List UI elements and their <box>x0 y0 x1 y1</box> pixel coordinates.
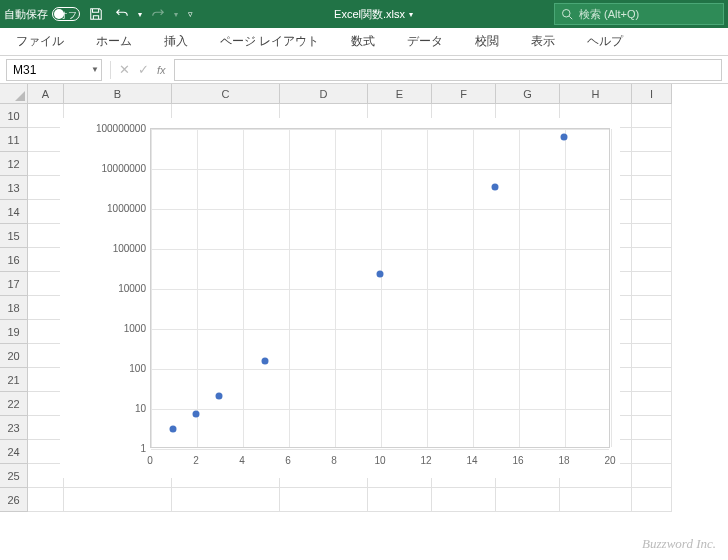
cell[interactable] <box>632 152 672 176</box>
column-header[interactable]: E <box>368 84 432 104</box>
row-header[interactable]: 13 <box>0 176 28 200</box>
cell[interactable] <box>28 296 64 320</box>
cell[interactable] <box>632 200 672 224</box>
column-header[interactable]: D <box>280 84 368 104</box>
cell[interactable] <box>28 272 64 296</box>
tab-pagelayout[interactable]: ページ レイアウト <box>214 29 325 54</box>
spreadsheet-grid[interactable]: ABCDEFGHI 101112131415161718192021222324… <box>0 84 728 560</box>
column-header[interactable]: I <box>632 84 672 104</box>
row-header[interactable]: 14 <box>0 200 28 224</box>
cell[interactable] <box>28 248 64 272</box>
row-header[interactable]: 11 <box>0 128 28 152</box>
x-tick-label: 4 <box>239 455 245 466</box>
cell[interactable] <box>64 488 172 512</box>
cell[interactable] <box>28 344 64 368</box>
cell[interactable] <box>632 176 672 200</box>
column-headers[interactable]: ABCDEFGHI <box>28 84 728 104</box>
column-header[interactable]: B <box>64 84 172 104</box>
tab-formulas[interactable]: 数式 <box>345 29 381 54</box>
cell[interactable] <box>28 488 64 512</box>
row-headers[interactable]: 1011121314151617181920212223242526 <box>0 104 28 512</box>
tab-data[interactable]: データ <box>401 29 449 54</box>
cell[interactable] <box>28 104 64 128</box>
cell[interactable] <box>28 416 64 440</box>
autosave-toggle[interactable]: 自動保存 オフ <box>4 7 80 22</box>
undo-chevron-icon[interactable]: ▾ <box>138 10 142 19</box>
cell[interactable] <box>28 440 64 464</box>
cell[interactable] <box>432 488 496 512</box>
search-input[interactable]: 検索 (Alt+Q) <box>554 3 724 25</box>
row-header[interactable]: 18 <box>0 296 28 320</box>
cell[interactable] <box>632 296 672 320</box>
cell[interactable] <box>28 464 64 488</box>
select-all-button[interactable] <box>0 84 28 104</box>
scatter-chart[interactable]: 1101001000100001000001000000100000001000… <box>60 118 620 478</box>
row-header[interactable]: 22 <box>0 392 28 416</box>
cell[interactable] <box>28 368 64 392</box>
document-title: Excel関数.xlsx <box>334 7 405 22</box>
y-tick-label: 100 <box>66 363 146 374</box>
cell[interactable] <box>632 248 672 272</box>
cell[interactable] <box>632 128 672 152</box>
title-chevron-icon[interactable]: ▾ <box>409 10 413 19</box>
svg-point-0 <box>563 10 571 18</box>
formula-input[interactable] <box>174 59 722 81</box>
cell[interactable] <box>632 104 672 128</box>
cell[interactable] <box>28 200 64 224</box>
row-header[interactable]: 26 <box>0 488 28 512</box>
chevron-down-icon[interactable]: ▼ <box>91 65 99 74</box>
tab-insert[interactable]: 挿入 <box>158 29 194 54</box>
column-header[interactable]: A <box>28 84 64 104</box>
row-header[interactable]: 24 <box>0 440 28 464</box>
tab-view[interactable]: 表示 <box>525 29 561 54</box>
row-header[interactable]: 20 <box>0 344 28 368</box>
tab-help[interactable]: ヘルプ <box>581 29 629 54</box>
row-header[interactable]: 23 <box>0 416 28 440</box>
x-tick-label: 16 <box>512 455 523 466</box>
cell[interactable] <box>560 488 632 512</box>
tab-file[interactable]: ファイル <box>10 29 70 54</box>
cell[interactable] <box>172 488 280 512</box>
column-header[interactable]: C <box>172 84 280 104</box>
cell[interactable] <box>28 152 64 176</box>
cell[interactable] <box>632 392 672 416</box>
row-header[interactable]: 16 <box>0 248 28 272</box>
row-header[interactable]: 15 <box>0 224 28 248</box>
row-header[interactable]: 17 <box>0 272 28 296</box>
cell[interactable] <box>632 416 672 440</box>
row-header[interactable]: 21 <box>0 368 28 392</box>
save-icon[interactable] <box>86 4 106 24</box>
cell[interactable] <box>368 488 432 512</box>
cell[interactable] <box>280 488 368 512</box>
cell[interactable] <box>28 128 64 152</box>
cell[interactable] <box>632 224 672 248</box>
cell[interactable] <box>632 272 672 296</box>
undo-button[interactable] <box>112 4 132 24</box>
cell[interactable] <box>28 176 64 200</box>
cell[interactable] <box>28 320 64 344</box>
watermark: Buzzword Inc. <box>642 536 716 552</box>
column-header[interactable]: F <box>432 84 496 104</box>
cell[interactable] <box>632 440 672 464</box>
cell[interactable] <box>496 488 560 512</box>
row-header[interactable]: 19 <box>0 320 28 344</box>
row-header[interactable]: 25 <box>0 464 28 488</box>
cell[interactable] <box>28 392 64 416</box>
x-tick-label: 12 <box>420 455 431 466</box>
data-point <box>377 271 384 278</box>
name-box[interactable]: M31 ▼ <box>6 59 102 81</box>
cell[interactable] <box>632 320 672 344</box>
cell[interactable] <box>632 368 672 392</box>
tab-home[interactable]: ホーム <box>90 29 138 54</box>
cell[interactable] <box>632 344 672 368</box>
column-header[interactable]: G <box>496 84 560 104</box>
column-header[interactable]: H <box>560 84 632 104</box>
row-header[interactable]: 10 <box>0 104 28 128</box>
toggle-switch-icon[interactable]: オフ <box>52 7 80 21</box>
fx-icon[interactable]: fx <box>157 64 166 76</box>
cell[interactable] <box>632 464 672 488</box>
tab-review[interactable]: 校閲 <box>469 29 505 54</box>
cell[interactable] <box>632 488 672 512</box>
row-header[interactable]: 12 <box>0 152 28 176</box>
cell[interactable] <box>28 224 64 248</box>
